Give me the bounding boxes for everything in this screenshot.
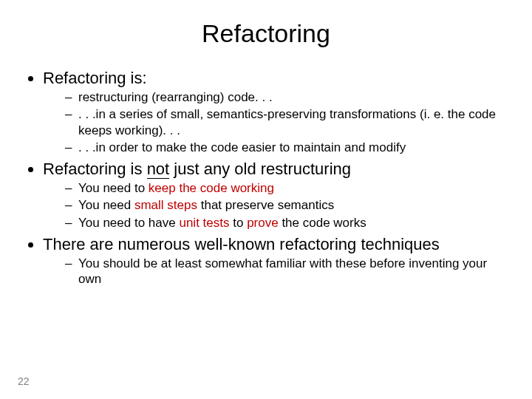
bullet-2-sublist: You need to keep the code working You ne… <box>43 180 510 231</box>
bullet-2-sub-1-em: keep the code working <box>149 181 274 195</box>
bullet-2-sub-3-post: to <box>230 216 248 230</box>
bullet-2-sub-2-em: small steps <box>134 198 197 212</box>
bullet-2-heading-pre: Refactoring is <box>43 160 147 178</box>
slide-title: Refactoring <box>22 19 510 48</box>
slide: Refactoring Refactoring is: restructurin… <box>0 0 532 399</box>
bullet-2-sub-2-post: that preserve semantics <box>197 198 334 212</box>
bullet-2-sub-3-em: unit tests <box>179 216 229 230</box>
bullet-1-sublist: restructuring (rearranging) code. . . . … <box>43 89 510 155</box>
bullet-2-sub-3-post2: the code works <box>279 216 366 230</box>
bullet-list: Refactoring is: restructuring (rearrangi… <box>22 69 510 287</box>
page-number: 22 <box>18 375 30 387</box>
bullet-3-heading: There are numerous well-known refactorin… <box>43 235 440 253</box>
bullet-1: Refactoring is: restructuring (rearrangi… <box>43 69 510 155</box>
bullet-3: There are numerous well-known refactorin… <box>43 235 510 287</box>
bullet-1-sub-1: restructuring (rearranging) code. . . <box>65 89 510 105</box>
bullet-2-sub-3-em2: prove <box>247 216 279 230</box>
bullet-3-sub-1: You should be at least somewhat familiar… <box>65 256 510 287</box>
bullet-2-sub-2: You need small steps that preserve seman… <box>65 197 510 213</box>
bullet-1-sub-3: . . .in order to make the code easier to… <box>65 140 510 155</box>
bullet-2: Refactoring is not just any old restruct… <box>43 160 510 231</box>
bullet-2-sub-2-pre: You need <box>78 198 134 212</box>
bullet-2-sub-3-pre: You need to have <box>78 216 179 230</box>
bullet-1-heading: Refactoring is: <box>43 69 147 87</box>
bullet-2-sub-1: You need to keep the code working <box>65 180 510 196</box>
bullet-2-heading-post: just any old restructuring <box>169 160 351 178</box>
bullet-1-sub-2: . . .in a series of small, semantics-pre… <box>65 106 510 138</box>
bullet-2-heading-not: not <box>147 160 170 179</box>
bullet-3-sublist: You should be at least somewhat familiar… <box>43 256 510 287</box>
bullet-2-sub-3: You need to have unit tests to prove the… <box>65 215 510 231</box>
bullet-2-sub-1-pre: You need to <box>78 181 149 195</box>
